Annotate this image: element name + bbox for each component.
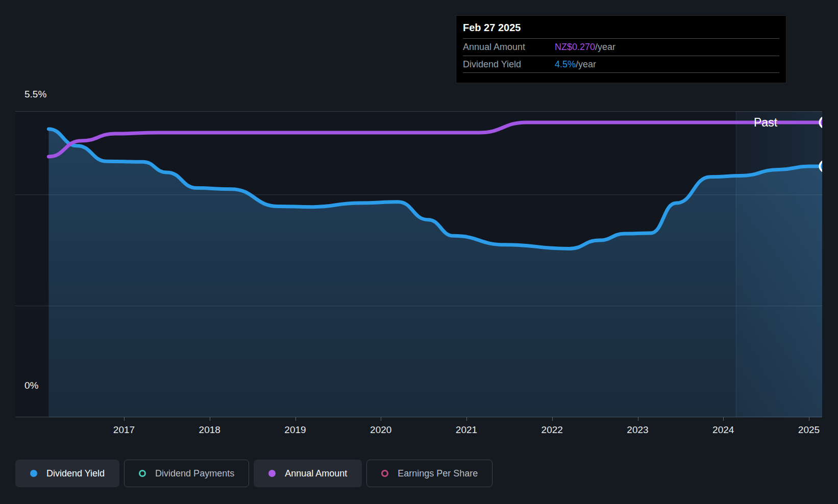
x-tick-2021: [466, 417, 467, 421]
tooltip-row-dividend-yield: Dividend Yield 4.5% /year: [463, 56, 779, 73]
y-axis-max-label: 5.5%: [24, 89, 46, 100]
legend-label: Dividend Payments: [155, 468, 234, 479]
dividend-payments-ring-icon: [139, 470, 146, 477]
dividend-yield-value: 4.5%: [555, 59, 576, 70]
legend-chip-dividend-payments[interactable]: Dividend Payments: [124, 460, 249, 487]
legend-chip-dividend-yield[interactable]: Dividend Yield: [15, 460, 119, 487]
legend-chip-annual-amount[interactable]: Annual Amount: [254, 460, 362, 487]
x-label-2022: 2022: [541, 424, 563, 436]
x-label-2024: 2024: [712, 424, 734, 436]
dividend-yield-label: Dividend Yield: [463, 59, 555, 70]
x-tick-2020: [381, 417, 381, 421]
annual-amount-label: Annual Amount: [463, 42, 555, 53]
x-label-2019: 2019: [284, 424, 306, 436]
x-label-2017: 2017: [113, 424, 135, 436]
annual-amount-suffix: /year: [595, 42, 615, 53]
past-period-label: Past: [754, 116, 777, 130]
legend-label: Earnings Per Share: [398, 468, 478, 479]
x-label-2020: 2020: [370, 424, 391, 436]
legend-chip-earnings-per-share[interactable]: Earnings Per Share: [366, 460, 492, 487]
annual-amount-dot-icon: [268, 470, 276, 477]
legend-label: Dividend Yield: [46, 468, 105, 479]
x-label-2021: 2021: [456, 424, 477, 436]
tooltip-date: Feb 27 2025: [463, 16, 779, 38]
x-tick-2022: [552, 417, 553, 421]
annual-amount-value: NZ$0.270: [555, 42, 595, 53]
x-label-2025: 2025: [798, 424, 820, 436]
x-tick-2019: [295, 417, 296, 421]
x-tick-2018: [210, 417, 210, 421]
x-label-2023: 2023: [627, 424, 648, 436]
dividend-yield-dot-icon: [30, 470, 37, 477]
chart-tooltip: Feb 27 2025 Annual Amount NZ$0.270 /year…: [456, 15, 786, 83]
chart-legend: Dividend Yield Dividend Payments Annual …: [15, 460, 492, 487]
earnings-per-share-ring-icon: [381, 470, 388, 477]
legend-label: Annual Amount: [285, 468, 347, 479]
dividend-yield-suffix: /year: [576, 59, 596, 70]
tooltip-row-annual-amount: Annual Amount NZ$0.270 /year: [463, 38, 779, 56]
x-label-2018: 2018: [199, 424, 220, 436]
x-tick-2023: [638, 417, 638, 421]
x-tick-2017: [124, 417, 125, 421]
dividend-chart-plot[interactable]: [15, 111, 822, 417]
y-axis-min-label: 0%: [24, 380, 38, 391]
x-tick-2024: [723, 417, 724, 421]
x-tick-2025: [809, 417, 809, 421]
